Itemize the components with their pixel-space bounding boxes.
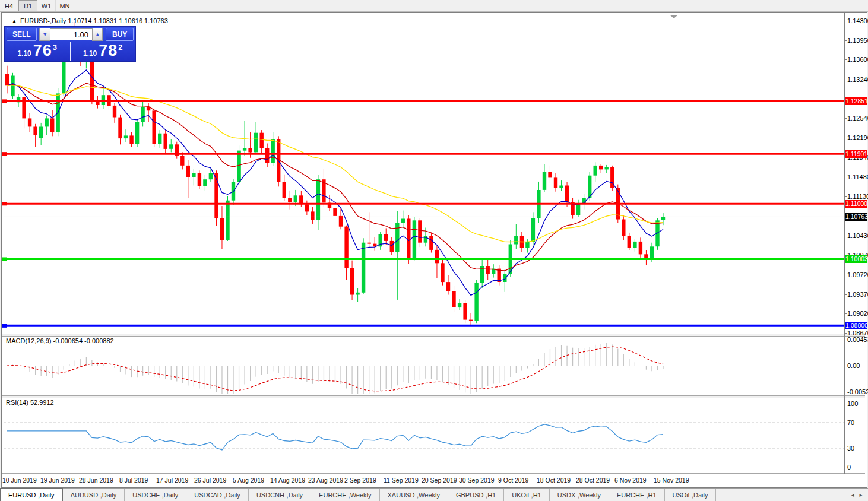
price-tick-mark bbox=[844, 118, 847, 119]
price-tick-label: 1.09370 bbox=[847, 291, 868, 298]
rsi-tick-label: 30 bbox=[847, 445, 854, 452]
price-tick-label: 1.13950 bbox=[847, 37, 868, 44]
volume-decrease-button[interactable]: ▼ bbox=[39, 28, 50, 41]
date-axis-label: 6 Nov 2019 bbox=[614, 477, 647, 484]
price-tick-mark bbox=[844, 59, 847, 60]
price-tick-mark bbox=[844, 80, 847, 80]
date-axis-label: 5 Aug 2019 bbox=[233, 477, 264, 484]
date-axis-label: 18 Oct 2019 bbox=[537, 477, 571, 484]
price-tick-label: 1.09020 bbox=[847, 310, 868, 317]
date-axis-label: 17 Jul 2019 bbox=[156, 477, 188, 484]
date-axis-label: 15 Nov 2019 bbox=[654, 477, 689, 484]
tab-scroll-nav: ◄► bbox=[850, 489, 868, 501]
price-tick-mark bbox=[844, 333, 847, 334]
buy-price-sup: 2 bbox=[118, 43, 122, 52]
macd-label: MACD(12,26,9) -0.000654 -0.000882 bbox=[6, 337, 114, 344]
price-tick-label: 1.14300 bbox=[847, 17, 868, 24]
price-tick-mark bbox=[844, 236, 847, 236]
price-level-label: 1.10763 bbox=[845, 213, 867, 221]
chart-tab-usdcnh-daily[interactable]: USDCNH-,Daily bbox=[249, 489, 311, 501]
price-tick-label: 1.11130 bbox=[847, 193, 868, 200]
chart-tab-ukoil-h1[interactable]: UKOil-,H1 bbox=[504, 489, 550, 501]
macd-pane-splitter[interactable] bbox=[2, 334, 865, 337]
chart-tab-bar: EURUSD-,DailyAUDUSD-,DailyUSDCHF-,DailyU… bbox=[0, 488, 868, 501]
sell-price-big: 76 bbox=[33, 43, 52, 59]
date-axis-label: 11 Sep 2019 bbox=[384, 477, 419, 484]
rsi-pane-splitter[interactable] bbox=[2, 395, 865, 398]
price-level-label: 1.10003 bbox=[845, 255, 867, 263]
chart-tab-usoil-daily[interactable]: USOil-,Daily bbox=[665, 489, 717, 501]
volume-input[interactable]: 1.00 bbox=[50, 28, 92, 40]
arrow-down-icon: ▼ bbox=[42, 31, 47, 37]
rsi-tick-label: 70 bbox=[847, 419, 854, 426]
date-axis-label: 23 Aug 2019 bbox=[308, 477, 343, 484]
price-tick-label: 1.13600 bbox=[847, 56, 868, 63]
chart-tab-eurusd-daily[interactable]: EURUSD-,Daily bbox=[0, 488, 63, 501]
date-axis-label: 19 Jun 2019 bbox=[40, 477, 75, 484]
chart-title: ▲EURUSD-,Daily 1.10714 1.10831 1.10616 1… bbox=[12, 17, 168, 24]
volume-increase-button[interactable]: ▲ bbox=[92, 28, 103, 41]
chart-tab-eurchf-h1[interactable]: EURCHF-,H1 bbox=[609, 489, 665, 501]
price-tick-mark bbox=[844, 275, 847, 275]
chart-tab-usdcad-daily[interactable]: USDCAD-,Daily bbox=[186, 489, 249, 501]
date-axis-label: 28 Oct 2019 bbox=[576, 477, 610, 484]
price-tick-label: 1.11480 bbox=[847, 173, 868, 180]
chart-title-text: EURUSD-,Daily 1.10714 1.10831 1.10616 1.… bbox=[20, 17, 168, 24]
price-tick-mark bbox=[844, 196, 847, 197]
price-tick-label: 1.12540 bbox=[847, 115, 868, 122]
chart-canvas[interactable] bbox=[0, 0, 868, 488]
macd-tick-label: -0.005205 bbox=[847, 388, 868, 395]
rsi-tick-label: 100 bbox=[847, 400, 858, 407]
buy-price[interactable]: 1.10 78 2 bbox=[71, 42, 136, 61]
arrow-up-icon: ▲ bbox=[95, 31, 100, 37]
sell-price[interactable]: 1.10 76 3 bbox=[5, 42, 71, 61]
macd-tick-label: 0.00 bbox=[847, 362, 860, 369]
date-axis-label: 8 Jul 2019 bbox=[119, 477, 148, 484]
macd-tick-label: 0.004536 bbox=[847, 336, 868, 343]
sell-price-sup: 3 bbox=[53, 43, 57, 52]
buy-button[interactable]: BUY bbox=[106, 28, 134, 41]
date-axis-label: 26 Jul 2019 bbox=[194, 477, 226, 484]
chart-tab-audusd-daily[interactable]: AUDUSD-,Daily bbox=[63, 489, 125, 501]
price-tick-mark bbox=[844, 21, 847, 21]
chart-tab-xauusd-weekly[interactable]: XAUUSD-,Weekly bbox=[380, 489, 448, 501]
rsi-label: RSI(14) 52.9912 bbox=[6, 399, 54, 406]
chart-tab-eurchf-weekly[interactable]: EURCHF-,Weekly bbox=[311, 489, 379, 501]
price-tick-mark bbox=[844, 177, 847, 177]
price-tick-mark bbox=[844, 313, 847, 314]
price-tick-mark bbox=[844, 138, 847, 138]
sell-price-prefix: 1.10 bbox=[17, 49, 31, 58]
price-tick-label: 1.09720 bbox=[847, 271, 868, 278]
price-tick-mark bbox=[844, 294, 847, 295]
price-axis[interactable] bbox=[844, 13, 845, 474]
sell-button[interactable]: SELL bbox=[7, 28, 37, 41]
one-click-trading-widget: SELL ▼ 1.00 ▲ BUY 1.10 76 3 1.10 78 2 bbox=[4, 26, 136, 62]
chart-tab-usdchf-daily[interactable]: USDCHF-,Daily bbox=[125, 489, 186, 501]
price-tick-mark bbox=[844, 40, 847, 41]
chart-tab-usdx-weekly[interactable]: USDX-,Weekly bbox=[550, 489, 609, 501]
date-axis-label: 14 Aug 2019 bbox=[270, 477, 305, 484]
price-tick-label: 1.12190 bbox=[847, 134, 868, 141]
date-axis-label: 9 Oct 2019 bbox=[498, 477, 528, 484]
date-axis-label: 10 Jun 2019 bbox=[2, 477, 37, 484]
rsi-tick-label: 0 bbox=[847, 464, 851, 471]
price-level-label: 1.08800 bbox=[845, 322, 867, 329]
date-axis-label: 30 Sep 2019 bbox=[459, 477, 495, 484]
trade-widget-prices: 1.10 76 3 1.10 78 2 bbox=[5, 42, 135, 61]
tab-scroll-left-icon[interactable]: ◄ bbox=[850, 493, 855, 498]
price-level-label: 1.11000 bbox=[845, 200, 867, 208]
date-axis-label: 20 Sep 2019 bbox=[422, 477, 457, 484]
trade-widget-controls: SELL ▼ 1.00 ▲ BUY bbox=[5, 27, 135, 42]
price-tick-label: 1.13240 bbox=[847, 76, 868, 83]
buy-price-prefix: 1.10 bbox=[83, 49, 97, 58]
buy-price-big: 78 bbox=[99, 43, 118, 59]
tab-scroll-right-icon[interactable]: ► bbox=[859, 493, 863, 498]
price-level-label: 1.11901 bbox=[845, 150, 867, 158]
price-level-label: 1.12851 bbox=[845, 97, 867, 105]
date-axis-label: 2 Sep 2019 bbox=[344, 477, 376, 484]
date-axis-label: 28 Jun 2019 bbox=[79, 477, 113, 484]
date-axis-separator bbox=[2, 473, 865, 474]
price-tick-label: 1.10430 bbox=[847, 232, 868, 239]
chart-collapse-icon[interactable]: ▲ bbox=[12, 18, 17, 24]
chart-tab-gbpusd-h1[interactable]: GBPUSD-,H1 bbox=[448, 489, 504, 501]
